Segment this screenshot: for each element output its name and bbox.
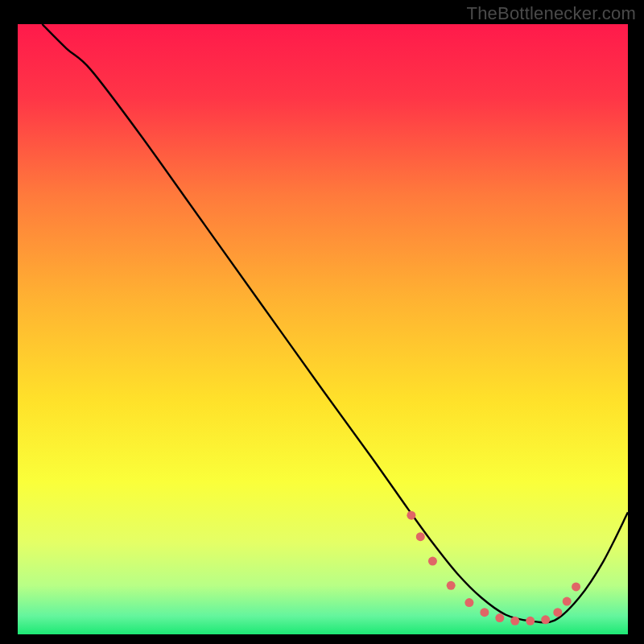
chart-svg <box>18 24 628 634</box>
marker-dot <box>572 582 580 591</box>
marker-dot <box>510 617 519 625</box>
marker-dot <box>526 617 535 625</box>
marker-dot <box>495 613 504 622</box>
marker-dot <box>553 608 562 617</box>
marker-dot <box>407 511 415 520</box>
attribution-label: TheBottlenecker.com <box>467 3 636 24</box>
marker-dot <box>563 597 572 606</box>
gradient-background <box>18 24 628 634</box>
marker-dot <box>428 557 437 566</box>
marker-dot <box>480 608 489 617</box>
marker-dot <box>464 598 473 607</box>
plot-area <box>18 24 628 634</box>
chart-root: TheBottlenecker.com <box>0 0 644 644</box>
marker-dot <box>416 532 425 541</box>
marker-dot <box>447 581 456 590</box>
marker-dot <box>541 615 550 624</box>
